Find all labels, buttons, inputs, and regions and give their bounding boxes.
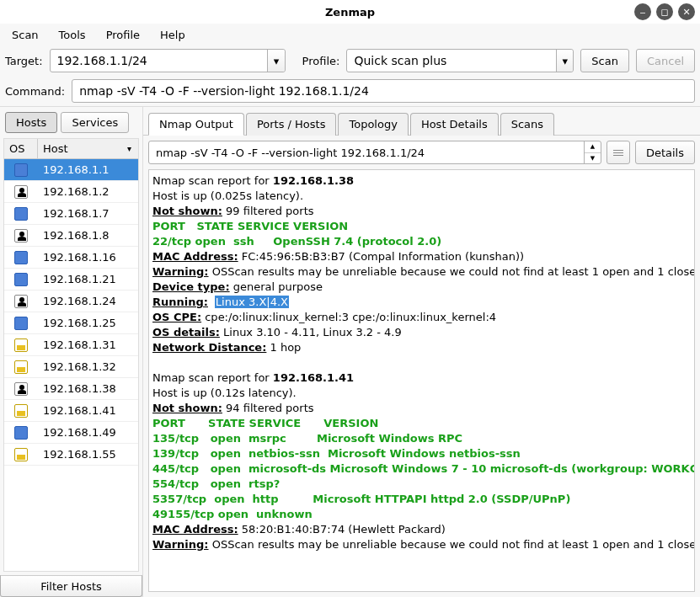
main-content: Hosts Services OS Host▾ 192.168.1.1192.1… (0, 106, 700, 597)
filter-output-icon[interactable] (606, 141, 630, 164)
host-ip: 192.168.1.1 (38, 163, 138, 176)
profile-dropdown-icon[interactable]: ▾ (556, 50, 573, 72)
host-ip: 192.168.1.8 (38, 229, 138, 242)
nmap-output-pane[interactable]: Nmap scan report for 192.168.1.38 Host i… (148, 169, 695, 592)
out-p135: 135/tcp open msrpc Microsoft Windows RPC (152, 432, 462, 445)
output-bar: nmap -sV -T4 -O -F --version-light 192.1… (143, 136, 700, 169)
command-input[interactable] (72, 79, 695, 103)
left-tabs: Hosts Services (0, 107, 142, 138)
host-row[interactable]: 192.168.1.55 (4, 444, 138, 466)
command-label: Command: (5, 85, 65, 98)
minimize-button[interactable]: ‒ (634, 3, 651, 20)
tab-nmap-output[interactable]: Nmap Output (148, 113, 244, 136)
host-os-icon (4, 251, 38, 264)
profile-input[interactable] (347, 50, 556, 72)
out-report2-prefix: Nmap scan report for (152, 371, 273, 384)
details-button[interactable]: Details (635, 141, 695, 164)
window-buttons: ‒ ◻ ✕ (634, 3, 695, 20)
host-os-icon (4, 360, 38, 374)
tab-ports-hosts[interactable]: Ports / Hosts (246, 113, 337, 136)
host-row[interactable]: 192.168.1.21 (4, 269, 138, 291)
out-warn2-lbl: Warning: (152, 538, 209, 551)
col-host-header[interactable]: Host▾ (38, 139, 138, 158)
profile-label: Profile: (302, 55, 340, 67)
out-mac2-lbl: MAC Address: (152, 523, 238, 536)
tab-scans[interactable]: Scans (500, 113, 554, 136)
out-osd-val: Linux 3.10 - 4.11, Linux 3.2 - 4.9 (220, 326, 402, 338)
spin-down-icon[interactable]: ▼ (585, 153, 601, 164)
host-row[interactable]: 192.168.1.38 (4, 378, 138, 400)
host-ip: 192.168.1.16 (38, 251, 138, 264)
win-icon (14, 251, 28, 264)
target-dropdown-icon[interactable]: ▾ (267, 50, 284, 72)
out-mac1-val: FC:45:96:5B:B3:B7 (Compal Information (k… (238, 250, 525, 263)
host-row[interactable]: 192.168.1.2 (4, 181, 138, 203)
out-mac1-lbl: MAC Address: (152, 250, 238, 263)
host-os-icon (4, 163, 38, 177)
out-run-lbl: Running: (152, 296, 208, 308)
tab-services[interactable]: Services (61, 112, 129, 133)
scan-button[interactable]: Scan (580, 49, 629, 72)
host-row[interactable]: 192.168.1.8 (4, 225, 138, 247)
host-row[interactable]: 192.168.1.24 (4, 291, 138, 312)
host-row[interactable]: 192.168.1.31 (4, 334, 138, 356)
host-ip: 192.168.1.49 (38, 426, 138, 439)
linux-icon (14, 295, 28, 308)
host-row[interactable]: 192.168.1.1 (4, 159, 138, 181)
host-row[interactable]: 192.168.1.7 (4, 203, 138, 225)
tab-host-details[interactable]: Host Details (410, 113, 499, 136)
profile-combo[interactable]: ▾ (346, 49, 574, 72)
printer-icon (14, 448, 28, 461)
host-ip: 192.168.1.24 (38, 295, 138, 307)
out-p5357: 5357/tcp open http Microsoft HTTPAPI htt… (152, 493, 570, 505)
out-port22: 22/tcp open ssh OpenSSH 7.4 (protocol 2.… (152, 235, 441, 248)
out-p445: 445/tcp open microsoft-ds Microsoft Wind… (152, 462, 695, 475)
printer-icon (14, 338, 28, 352)
host-row[interactable]: 192.168.1.16 (4, 247, 138, 269)
host-row[interactable]: 192.168.1.49 (4, 422, 138, 444)
output-spin[interactable]: ▲▼ (584, 141, 601, 163)
target-combo[interactable]: ▾ (50, 49, 286, 72)
menu-tools[interactable]: Tools (51, 25, 94, 45)
menu-help[interactable]: Help (152, 25, 194, 45)
out-notshown2-val: 94 filtered ports (222, 402, 314, 414)
host-ip: 192.168.1.55 (38, 448, 138, 461)
target-input[interactable] (51, 50, 268, 72)
out-notshown1-val: 99 filtered ports (222, 205, 314, 217)
linux-icon (14, 382, 28, 396)
host-row[interactable]: 192.168.1.32 (4, 356, 138, 378)
host-ip: 192.168.1.2 (38, 185, 138, 198)
win-icon (14, 207, 28, 221)
linux-icon (14, 229, 28, 243)
output-selector[interactable]: nmap -sV -T4 -O -F --version-light 192.1… (148, 141, 601, 164)
host-os-icon (4, 404, 38, 418)
output-selector-text: nmap -sV -T4 -O -F --version-light 192.1… (149, 147, 584, 159)
spin-up-icon[interactable]: ▲ (585, 141, 601, 153)
out-dev-val: general purpose (230, 280, 323, 293)
host-table: OS Host▾ 192.168.1.1192.168.1.2192.168.1… (3, 138, 139, 572)
linux-icon (14, 185, 28, 199)
win-icon (14, 426, 28, 440)
host-row[interactable]: 192.168.1.25 (4, 312, 138, 334)
host-os-icon (4, 273, 38, 286)
out-notshown2-lbl: Not shown: (152, 402, 222, 414)
host-row[interactable]: 192.168.1.41 (4, 400, 138, 422)
win-icon (14, 317, 28, 330)
filter-hosts-button[interactable]: Filter Hosts (0, 575, 142, 597)
tab-hosts[interactable]: Hosts (5, 112, 57, 133)
close-button[interactable]: ✕ (678, 3, 695, 20)
col-os-header[interactable]: OS (4, 139, 38, 158)
win-icon (14, 273, 28, 286)
cancel-button: Cancel (636, 49, 695, 72)
out-mac2-val: 58:20:B1:40:B7:74 (Hewlett Packard) (238, 523, 446, 536)
menu-profile[interactable]: Profile (98, 25, 148, 45)
tab-topology[interactable]: Topology (338, 113, 408, 136)
host-os-icon (4, 185, 38, 199)
out-up1: Host is up (0.025s latency). (152, 189, 303, 202)
target-label: Target: (5, 55, 43, 67)
host-ip: 192.168.1.38 (38, 382, 138, 395)
host-ip: 192.168.1.21 (38, 273, 138, 285)
menu-scan[interactable]: Scan (3, 25, 47, 45)
out-porthdr1: PORT STATE SERVICE VERSION (152, 220, 348, 232)
maximize-button[interactable]: ◻ (656, 3, 673, 20)
